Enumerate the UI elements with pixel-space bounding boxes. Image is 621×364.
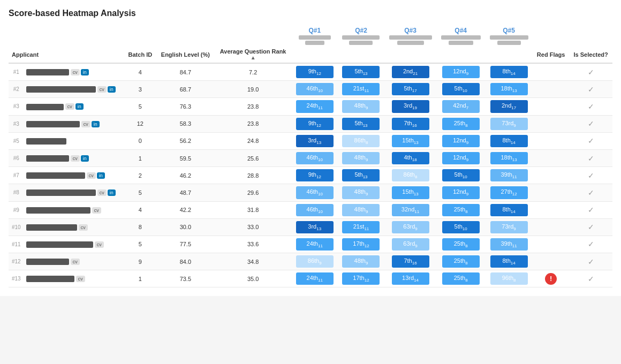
english-cell: 76.3 xyxy=(156,98,215,115)
q2-cell: 86th8 xyxy=(338,132,384,149)
col-q1-sub xyxy=(291,47,338,63)
q4-cell: 12nd9 xyxy=(436,149,485,166)
selected-cell: ✓ xyxy=(569,98,612,115)
row-number: #5 xyxy=(9,132,24,149)
applicant-cell: cvin xyxy=(24,149,124,166)
table-row: #13cv173.535.024th1117th1213rd1425th896t… xyxy=(9,270,612,287)
cv-button[interactable]: cv xyxy=(65,103,74,110)
red-flag-cell: ! xyxy=(533,270,569,287)
q1-cell: 9th12 xyxy=(291,167,338,184)
table-row: #11cv577.533.624th1117th1263rd925th839th… xyxy=(9,236,612,253)
cv-button[interactable]: cv xyxy=(81,121,90,127)
avg-rank-cell: 33.6 xyxy=(215,236,292,253)
q2-cell: 5th13 xyxy=(338,115,384,132)
checkmark-icon: ✓ xyxy=(588,240,594,248)
row-number: #12 xyxy=(9,253,24,270)
q1-cell: 86th9 xyxy=(291,253,338,270)
cv-button[interactable]: cv xyxy=(87,172,96,179)
applicant-name-bar xyxy=(26,172,85,179)
col-q2-sub xyxy=(338,47,384,63)
red-flag-cell xyxy=(533,167,569,184)
q2-cell: 17th12 xyxy=(338,236,384,253)
linkedin-button[interactable]: in xyxy=(97,172,105,179)
col-q5-sub xyxy=(485,47,533,63)
linkedin-button[interactable]: in xyxy=(75,103,84,110)
q4-cell: 25th8 xyxy=(436,201,485,218)
row-number: #9 xyxy=(9,201,24,218)
cv-button[interactable]: cv xyxy=(71,69,80,75)
q4-cell: 5th10 xyxy=(436,167,485,184)
linkedin-button[interactable]: in xyxy=(108,86,116,93)
q2-cell: 48th9 xyxy=(338,149,384,166)
linkedin-button[interactable]: in xyxy=(81,69,89,75)
applicant-cell: cv xyxy=(24,236,124,253)
row-number: #7 xyxy=(9,167,24,184)
checkmark-icon: ✓ xyxy=(588,171,594,180)
q3-cell: 63rd9 xyxy=(384,218,436,236)
cv-button[interactable]: cv xyxy=(76,276,85,282)
red-flag-icon[interactable]: ! xyxy=(545,273,557,285)
q3-cell: 5th17 xyxy=(384,81,436,98)
cv-button[interactable]: cv xyxy=(97,189,107,196)
english-cell: 58.3 xyxy=(156,115,215,132)
red-flag-cell xyxy=(533,115,569,132)
applicant-cell: cv xyxy=(24,270,124,287)
cv-button[interactable]: cv xyxy=(92,207,101,214)
avg-rank-cell: 7.2 xyxy=(215,63,292,81)
applicant-name-bar xyxy=(26,86,96,93)
selected-cell: ✓ xyxy=(569,81,612,98)
english-cell: 84.7 xyxy=(156,63,215,81)
q4-cell: 42nd7 xyxy=(436,98,485,115)
red-flag-cell xyxy=(533,236,569,253)
cv-button[interactable]: cv xyxy=(71,259,80,265)
table-row: #8cvin548.729.646th1048th915th1312nd927t… xyxy=(9,184,612,201)
table-row: #12cv984.034.886th948th97th1625th88th14✓ xyxy=(9,253,612,270)
batch-cell: 1 xyxy=(124,149,156,166)
q3-cell: 15th13 xyxy=(384,184,436,201)
q4-cell: 25th8 xyxy=(436,236,485,253)
col-selected-header xyxy=(569,25,612,47)
batch-cell: 8 xyxy=(124,218,156,236)
applicant-cell xyxy=(24,132,124,149)
table-row: #9cv442.231.846th1048th932nd1125th88th14… xyxy=(9,201,612,218)
q1-cell: 46th10 xyxy=(291,81,338,98)
selected-cell: ✓ xyxy=(569,115,612,132)
batch-cell: 4 xyxy=(124,63,156,81)
applicant-cell: cv xyxy=(24,201,124,218)
selected-cell: ✓ xyxy=(569,132,612,149)
q2-cell: 48th9 xyxy=(338,253,384,270)
table-row: #5056.224.83rd1386th815th1312nd98th14✓ xyxy=(9,132,612,149)
cv-button[interactable]: cv xyxy=(97,86,107,93)
q4-cell: 12nd9 xyxy=(436,132,485,149)
cv-button[interactable]: cv xyxy=(95,241,104,248)
linkedin-button[interactable]: in xyxy=(108,189,116,196)
q1-cell: 3rd13 xyxy=(291,132,338,149)
q2-cell: 17th12 xyxy=(338,270,384,287)
applicant-cell: cvin xyxy=(24,184,124,201)
linkedin-button[interactable]: in xyxy=(81,155,89,162)
table-row: #3cvin576.323.824th1148th93rd1942nd72nd1… xyxy=(9,98,612,115)
cv-button[interactable]: cv xyxy=(71,155,80,162)
q1-cell: 9th12 xyxy=(291,115,338,132)
selected-cell: ✓ xyxy=(569,149,612,166)
col-applicant-header xyxy=(9,25,124,47)
english-cell: 42.2 xyxy=(156,201,215,218)
batch-cell: 2 xyxy=(124,167,156,184)
applicant-name-bar xyxy=(26,207,90,214)
q2-cell: 21st11 xyxy=(338,218,384,236)
applicant-cell: cvin xyxy=(24,167,124,184)
batch-cell: 0 xyxy=(124,132,156,149)
row-number: #8 xyxy=(9,184,24,201)
checkmark-icon: ✓ xyxy=(588,188,594,197)
applicant-name-bar xyxy=(26,189,96,196)
english-cell: 46.2 xyxy=(156,167,215,184)
cv-button[interactable]: cv xyxy=(79,224,88,231)
table-row: #3cvin1258.323.89th125th137th1625th873rd… xyxy=(9,115,612,132)
applicant-cell: cvin xyxy=(24,98,124,115)
linkedin-button[interactable]: in xyxy=(92,121,100,127)
red-flag-cell xyxy=(533,201,569,218)
checkmark-icon: ✓ xyxy=(588,102,594,111)
batch-cell: 1 xyxy=(124,270,156,287)
col-avg-label: Average Question Rank ▲ xyxy=(215,47,292,63)
batch-cell: 5 xyxy=(124,236,156,253)
